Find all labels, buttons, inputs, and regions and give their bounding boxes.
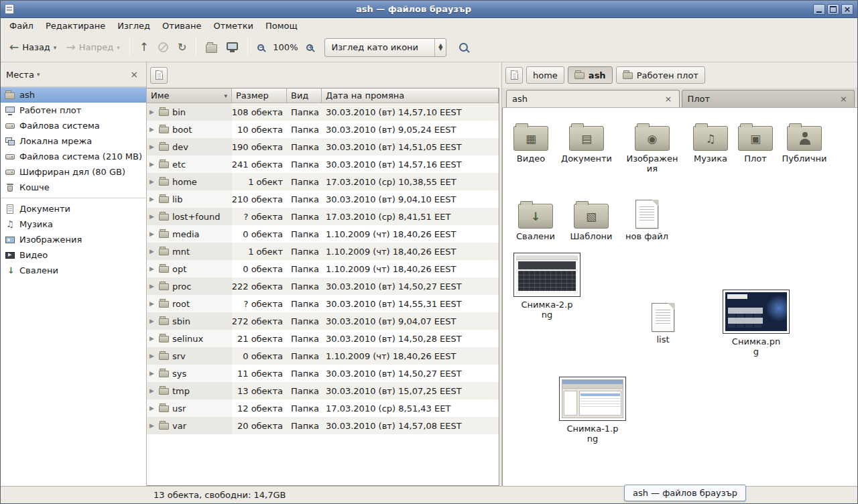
chevron-down-icon[interactable]: ▾ — [54, 44, 57, 51]
tab-close-icon[interactable]: × — [839, 94, 849, 104]
sidebar-item[interactable]: Работен плот — [1, 103, 146, 118]
menu-item[interactable]: Файл — [3, 19, 40, 32]
table-row[interactable]: ▶ proc 222 обекта Папка 30.03.2010 (вт) … — [147, 277, 499, 295]
sidebar-item[interactable]: Шифриран дял (80 GB) — [1, 164, 146, 180]
expander-icon[interactable]: ▶ — [149, 353, 156, 359]
table-row[interactable]: ▶ selinux 21 обекта Папка 30.03.2010 (вт… — [147, 330, 499, 347]
expander-icon[interactable]: ▶ — [149, 265, 156, 272]
sidebar-item[interactable]: Музика — [1, 216, 146, 232]
table-row[interactable]: ▶ sys 11 обекта Папка 30.03.2010 (вт) 14… — [147, 365, 499, 382]
sidebar-item[interactable]: Локална мрежа — [1, 133, 146, 149]
column-header[interactable]: Размер ▾ — [232, 88, 287, 103]
menu-item[interactable]: Редактиране — [40, 19, 111, 32]
column-header[interactable]: Име ▾ — [147, 88, 232, 103]
menu-item[interactable]: Отметки — [207, 19, 259, 32]
menu-item[interactable]: Отиване — [156, 19, 207, 32]
folder-item[interactable]: Плот — [728, 116, 783, 164]
expander-icon[interactable]: ▶ — [149, 387, 156, 394]
expander-icon[interactable]: ▶ — [149, 109, 156, 115]
table-row[interactable]: ▶ opt 0 обекта Папка 1.10.2009 (чт) 18,4… — [147, 260, 499, 277]
expander-icon[interactable]: ▶ — [149, 405, 156, 412]
reload-button[interactable]: ↻ — [173, 38, 191, 57]
sidebar-item[interactable]: Документи — [1, 201, 146, 216]
expander-icon[interactable]: ▶ — [149, 335, 156, 342]
sidebar-close-button[interactable]: × — [127, 69, 141, 80]
expander-icon[interactable]: ▶ — [149, 178, 156, 185]
table-row[interactable]: ▶ bin 108 обекта Папка 30.03.2010 (вт) 1… — [147, 103, 499, 121]
folder-item[interactable]: Документи — [559, 116, 614, 164]
table-row[interactable]: ▶ root ? обекта Папка 30.03.2010 (вт) 14… — [147, 295, 499, 312]
titlebar[interactable]: ash — файлов браузър — [1, 1, 857, 18]
sidebar-item[interactable]: Изображения — [1, 232, 146, 247]
close-button[interactable] — [841, 4, 853, 15]
table-row[interactable]: ▶ mnt 1 обект Папка 1.10.2009 (чт) 18,40… — [147, 243, 499, 260]
up-button[interactable]: ↑ — [135, 38, 154, 57]
toggle-location-entry-button[interactable] — [505, 67, 523, 84]
image-item[interactable]: Снимка.png — [721, 290, 791, 357]
computer-button[interactable] — [222, 40, 243, 54]
zoom-out-button[interactable]: − — [253, 40, 269, 55]
expander-icon[interactable]: ▶ — [149, 126, 156, 133]
expander-icon[interactable]: ▶ — [149, 318, 156, 324]
menu-item[interactable]: Помощ — [259, 19, 304, 32]
expander-icon[interactable]: ▶ — [149, 422, 156, 429]
breadcrumb-button[interactable]: ash — [568, 66, 613, 84]
toggle-location-entry-button[interactable] — [150, 67, 168, 84]
tab[interactable]: ash × — [506, 90, 680, 107]
tab[interactable]: Плот × — [682, 90, 855, 107]
table-row[interactable]: ▶ tmp 13 обекта Папка 30.03.2010 (вт) 15… — [147, 382, 499, 399]
column-header[interactable]: Дата на промяна ▾ — [322, 88, 499, 103]
table-row[interactable]: ▶ media 0 обекта Папка 1.10.2009 (чт) 18… — [147, 225, 499, 243]
breadcrumb-button[interactable]: home — [526, 66, 564, 84]
expander-icon[interactable]: ▶ — [149, 213, 156, 220]
table-row[interactable]: ▶ sbin 272 обекта Папка 30.03.2010 (вт) … — [147, 312, 499, 330]
expander-icon[interactable]: ▶ — [149, 161, 156, 168]
sidebar-item[interactable]: ash — [1, 87, 146, 103]
sidebar-item[interactable]: Файлова система — [1, 118, 146, 133]
breadcrumb-button[interactable]: Работен плот — [616, 66, 705, 84]
image-item[interactable]: Снимка-2.png — [512, 253, 582, 320]
table-row[interactable]: ▶ var 20 обекта Папка 30.03.2010 (вт) 14… — [147, 417, 499, 434]
table-row[interactable]: ▶ usr 12 обекта Папка 17.03.2010 (ср) 8,… — [147, 399, 499, 417]
image-item[interactable]: Снимка-1.png — [558, 377, 627, 444]
menu-item[interactable]: Изглед — [111, 19, 156, 32]
file-item[interactable]: нов файл — [619, 194, 674, 242]
table-row[interactable]: ▶ etc 241 обекта Папка 30.03.2010 (вт) 1… — [147, 155, 499, 173]
sidebar-item[interactable]: Кошче — [1, 180, 146, 195]
sidebar-item[interactable]: Свалени — [1, 263, 146, 278]
expander-icon[interactable]: ▶ — [149, 248, 156, 255]
table-row[interactable]: ▶ dev 190 обекта Папка 30.03.2010 (вт) 1… — [147, 138, 499, 155]
back-button[interactable]: ← Назад ▾ — [5, 38, 61, 57]
folder-item[interactable]: Свалени — [508, 194, 563, 242]
spinner-arrows-icon[interactable]: ▲▼ — [434, 39, 446, 56]
column-header[interactable]: Вид ▾ — [287, 88, 322, 103]
table-row[interactable]: ▶ srv 0 обекта Папка 1.10.2009 (чт) 18,4… — [147, 347, 499, 365]
expander-icon[interactable]: ▶ — [149, 231, 156, 237]
tab-close-icon[interactable]: × — [664, 94, 674, 104]
folder-item[interactable]: Публични — [777, 116, 832, 164]
table-row[interactable]: ▶ home 1 обект Папка 17.03.2010 (ср) 10,… — [147, 173, 499, 190]
expander-icon[interactable]: ▶ — [149, 283, 156, 290]
folder-item[interactable]: Видео — [503, 116, 558, 164]
sidebar-mode-select[interactable]: Места ▾ — [6, 70, 40, 80]
home-button[interactable] — [201, 38, 222, 57]
file-item[interactable]: list — [642, 297, 684, 345]
folder-item[interactable]: Шаблони — [564, 194, 619, 242]
expander-icon[interactable]: ▶ — [149, 143, 156, 150]
zoom-in-button[interactable]: + — [302, 40, 318, 55]
expander-icon[interactable]: ▶ — [149, 300, 156, 307]
table-row[interactable]: ▶ boot 10 обекта Папка 30.03.2010 (вт) 9… — [147, 121, 499, 138]
forward-button[interactable]: → Напред ▾ — [61, 38, 124, 57]
folder-item[interactable]: Изображения — [625, 116, 680, 174]
expander-icon[interactable]: ▶ — [149, 196, 156, 202]
stop-button[interactable] — [154, 38, 173, 56]
table-row[interactable]: ▶ lib 210 обекта Папка 30.03.2010 (вт) 9… — [147, 190, 499, 208]
table-row[interactable]: ▶ lost+found ? обекта Папка 17.03.2010 (… — [147, 208, 499, 225]
sidebar-item[interactable] — [1, 195, 146, 201]
search-button[interactable] — [454, 39, 473, 56]
sidebar-item[interactable]: Видео — [1, 247, 146, 263]
chevron-down-icon[interactable]: ▾ — [117, 44, 120, 51]
expander-icon[interactable]: ▶ — [149, 370, 156, 377]
maximize-button[interactable] — [827, 4, 839, 15]
sidebar-item[interactable]: Файлова система (210 MB) — [1, 149, 146, 164]
